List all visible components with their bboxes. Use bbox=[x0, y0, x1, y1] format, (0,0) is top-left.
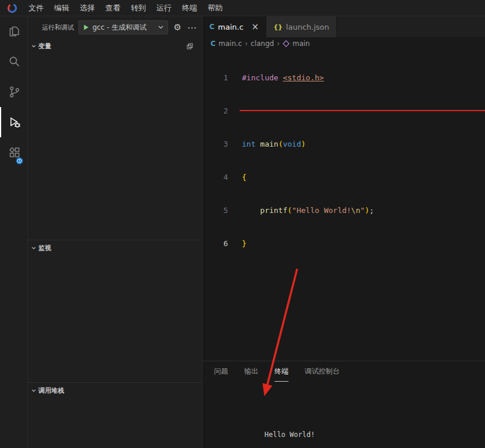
menu-view[interactable]: 查看 bbox=[100, 0, 126, 16]
title-bar: 文件 编辑 选择 查看 转到 运行 终端 帮助 bbox=[0, 0, 485, 16]
tab-terminal[interactable]: 终端 bbox=[274, 361, 288, 382]
code-editor[interactable]: 1 #include <stdio.h> 2 3 int main(void) … bbox=[202, 50, 485, 361]
c-file-icon: C bbox=[209, 23, 215, 31]
close-icon[interactable]: × bbox=[252, 23, 259, 31]
menu-goto[interactable]: 转到 bbox=[126, 0, 151, 16]
code-line: 1 #include <stdio.h> bbox=[202, 72, 485, 83]
terminal[interactable]: Hello World! [1] + Done "/usr/bin/gdb" -… bbox=[202, 382, 485, 448]
menu-help[interactable]: 帮助 bbox=[202, 0, 228, 16]
breadcrumb-file[interactable]: main.c bbox=[219, 40, 242, 48]
breadcrumb-symbol[interactable]: main bbox=[293, 40, 310, 48]
breadcrumb-separator: › bbox=[245, 40, 248, 48]
line-number: 2 bbox=[202, 105, 228, 116]
editor-tab-bar: C main.c × {} launch.json bbox=[202, 16, 485, 37]
line-number: 1 bbox=[202, 72, 228, 83]
menu-file[interactable]: 文件 bbox=[23, 0, 49, 16]
section-label: 监视 bbox=[38, 244, 51, 253]
section-divider bbox=[28, 240, 202, 240]
section-divider bbox=[28, 382, 202, 383]
chevron-down-icon bbox=[31, 45, 36, 48]
run-debug-sidebar: 运行和调试 gcc - 生成和调试 ⚙ ⋯ bbox=[28, 16, 202, 448]
menu-terminal[interactable]: 终端 bbox=[177, 0, 202, 16]
tab-label: launch.json bbox=[286, 23, 329, 31]
search-icon[interactable] bbox=[0, 47, 27, 77]
panel-tab-bar: 问题 输出 终端 调试控制台 bbox=[202, 361, 485, 382]
editor-group: C main.c × {} launch.json C main.c › cla… bbox=[202, 16, 485, 448]
vscode-window: 文件 编辑 选择 查看 转到 运行 终端 帮助 bbox=[0, 0, 485, 448]
source-control-icon[interactable] bbox=[0, 77, 27, 107]
menu-selection[interactable]: 选择 bbox=[74, 0, 100, 16]
terminal-line: Hello World! bbox=[214, 420, 485, 430]
debug-stop-line-indicator bbox=[240, 110, 485, 111]
vscode-logo-icon bbox=[7, 3, 17, 13]
line-number: 6 bbox=[202, 238, 228, 249]
tab-label: main.c bbox=[218, 23, 244, 31]
debug-toolbar: 运行和调试 gcc - 生成和调试 ⚙ ⋯ bbox=[28, 16, 202, 38]
tab-debug-console[interactable]: 调试控制台 bbox=[305, 361, 340, 382]
sidebar-sections: 变量 监视 bbox=[28, 38, 202, 448]
sidebar-title: 运行和调试 bbox=[42, 23, 74, 32]
menu-edit[interactable]: 编辑 bbox=[49, 0, 74, 16]
chevron-down-icon bbox=[31, 247, 36, 250]
breadcrumb-separator: › bbox=[277, 40, 280, 48]
c-file-icon: C bbox=[211, 40, 216, 48]
line-number: 4 bbox=[202, 172, 228, 183]
code-line: 3 int main(void) bbox=[202, 138, 485, 150]
extensions-icon[interactable] bbox=[0, 137, 27, 168]
breadcrumb: C main.c › clangd › main bbox=[202, 37, 485, 50]
section-label: 变量 bbox=[38, 42, 51, 51]
open-panel-icon[interactable] bbox=[186, 42, 194, 50]
start-debugging-icon[interactable] bbox=[83, 24, 89, 30]
code-line: 6 } bbox=[202, 238, 485, 249]
breadcrumb-lsp[interactable]: clangd bbox=[251, 40, 274, 48]
tab-output[interactable]: 输出 bbox=[244, 361, 258, 382]
method-symbol-icon bbox=[283, 40, 290, 47]
debug-config-label: gcc - 生成和调试 bbox=[92, 23, 155, 33]
bottom-panel: 问题 输出 终端 调试控制台 Hello World! [1] + Done "… bbox=[202, 361, 485, 448]
tab-launch-json[interactable]: {} launch.json bbox=[266, 16, 337, 37]
files-icon[interactable] bbox=[0, 16, 27, 47]
more-actions-icon[interactable]: ⋯ bbox=[187, 22, 197, 33]
section-label: 调用堆栈 bbox=[38, 386, 64, 395]
gear-icon[interactable]: ⚙ bbox=[174, 22, 181, 33]
section-call-stack[interactable]: 调用堆栈 bbox=[28, 384, 202, 397]
code-line: 4 { bbox=[202, 172, 485, 183]
section-watch[interactable]: 监视 bbox=[28, 241, 202, 254]
tab-main-c[interactable]: C main.c × bbox=[202, 16, 266, 37]
run-and-debug-icon[interactable] bbox=[0, 107, 27, 137]
chevron-down-icon bbox=[31, 389, 36, 392]
activity-bar bbox=[0, 16, 28, 448]
line-number: 3 bbox=[202, 138, 228, 150]
menu-bar: 文件 编辑 选择 查看 转到 运行 终端 帮助 bbox=[23, 0, 228, 16]
tab-problems[interactable]: 问题 bbox=[214, 361, 228, 382]
clock-badge-icon bbox=[16, 156, 23, 163]
chevron-down-icon bbox=[158, 26, 163, 29]
debug-config-dropdown[interactable]: gcc - 生成和调试 bbox=[79, 20, 168, 34]
line-number: 5 bbox=[202, 205, 228, 216]
section-variables[interactable]: 变量 bbox=[28, 40, 202, 52]
json-file-icon: {} bbox=[273, 23, 283, 31]
menu-run[interactable]: 运行 bbox=[151, 0, 177, 16]
code-line: 5 printf("Hello World!\n"); bbox=[202, 205, 485, 216]
